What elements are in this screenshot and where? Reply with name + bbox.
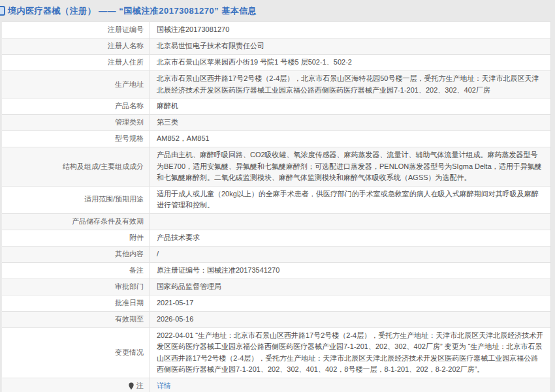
registration-doc-icon — [0, 6, 5, 16]
row-label: 型号规格 — [2, 131, 150, 147]
row-label: 备注 — [2, 263, 150, 279]
table-row: 批准日期2021-05-17 — [2, 295, 550, 312]
row-value: 第三类 — [150, 115, 550, 130]
row-label: 注册证编号 — [2, 22, 150, 38]
pin-icon — [128, 382, 135, 390]
row-value-text: 适用于成人或儿童（20kg以上）的全麻手术患者，供医疗部门的手术室或急救室的病人… — [157, 188, 544, 211]
details-link[interactable]: 详情 — [157, 380, 171, 392]
row-label: 批准日期 — [2, 295, 150, 311]
row-label: 有效期至 — [2, 312, 150, 327]
row-value: 2021-05-17 — [150, 295, 550, 311]
row-label: 审批部门 — [2, 279, 150, 295]
row-value: 北京市石景山区苹果园西小街19 号院1 号楼5 层502-1、502-2 — [150, 55, 550, 70]
row-label: 适用范围/预期用途 — [2, 187, 150, 213]
row-label: 注 — [2, 378, 150, 392]
row-value-text: 国械注准20173081270 — [157, 24, 229, 36]
row-value: 2026-05-16 — [150, 312, 550, 327]
registration-info-table: 注册证编号国械注准20173081270注册人名称北京易世恒电子技术有限责任公司… — [1, 22, 551, 392]
table-row: 有效期至2026-05-16 — [2, 312, 550, 328]
row-value-text: 2026-05-16 — [157, 314, 193, 325]
row-label: 生产地址 — [2, 71, 150, 98]
row-value-text: 国家药品监督管理局 — [157, 281, 221, 293]
table-row: 管理类别第三类 — [2, 115, 550, 131]
row-value — [150, 214, 550, 230]
row-value: AM852，AM851 — [150, 131, 550, 147]
page: { "header": { "title": "境内医疗器械（注册） —— “国… — [0, 0, 555, 392]
table-row: 产品储存条件及有效期 — [2, 214, 550, 230]
row-value: 麻醉机 — [150, 98, 550, 114]
page-header: 境内医疗器械（注册） —— “国械注准20173081270” 基本信息 — [0, 0, 555, 22]
row-label: 附件 — [2, 230, 150, 246]
table-row: 型号规格AM852，AM851 — [2, 131, 550, 147]
row-value-text: 第三类 — [157, 117, 178, 128]
row-value: 国械注准20173081270 — [150, 22, 550, 38]
row-label-text: 注 — [136, 380, 144, 392]
table-row: 注册人住所北京市石景山区苹果园西小街19 号院1 号楼5 层502-1、502-… — [2, 55, 550, 71]
table-row: 备注原注册证编号：国械注准20173541270 — [2, 263, 550, 279]
table-row: 产品名称麻醉机 — [2, 98, 550, 115]
table-row: 结构及组成/主要组成成分产品由主机、麻醉呼吸回路、CO2吸收罐、氧浓度传感器、麻… — [2, 147, 550, 187]
row-value-text: 北京市石景山区西井路17号2号楼（2-4层），北京市石景山区海特花园50号楼一层… — [157, 73, 544, 96]
row-value: 北京市石景山区西井路17号2号楼（2-4层），北京市石景山区海特花园50号楼一层… — [150, 71, 550, 98]
table-row: 审批部门国家药品监督管理局 — [2, 279, 550, 295]
row-value: 国家药品监督管理局 — [150, 279, 550, 295]
row-value-text: 麻醉机 — [157, 100, 178, 112]
table-row: 适用范围/预期用途适用于成人或儿童（20kg以上）的全麻手术患者，供医疗部门的手… — [2, 187, 550, 214]
row-value-text: 产品由主机、麻醉呼吸回路、CO2吸收罐、氧浓度传感器、麻药蒸发器、流量计、辅助气… — [157, 149, 544, 184]
table-row: 注册人名称北京易世恒电子技术有限责任公司 — [2, 38, 550, 55]
row-label: 注册人住所 — [2, 55, 150, 70]
table-row: 注详情 — [2, 378, 550, 392]
row-value-text: AM852，AM851 — [157, 133, 210, 145]
table-row: 注册证编号国械注准20173081270 — [2, 22, 550, 38]
row-value: 产品技术要求 — [150, 230, 550, 246]
row-value-text: 2022-04-01 “生产地址：北京市石景山区西井路17号2号楼（2-4层），… — [157, 330, 544, 376]
row-value: / — [150, 247, 550, 262]
row-label: 其他内容 — [2, 247, 150, 262]
row-value: 适用于成人或儿童（20kg以上）的全麻手术患者，供医疗部门的手术室或急救室的病人… — [150, 187, 550, 213]
row-value: 原注册证编号：国械注准20173541270 — [150, 263, 550, 279]
table-row: 其他内容/ — [2, 247, 550, 263]
row-label: 产品储存条件及有效期 — [2, 214, 150, 230]
row-value-text: 2021-05-17 — [157, 297, 193, 309]
row-value-text: 北京易世恒电子技术有限责任公司 — [157, 40, 264, 52]
table-row: 附件产品技术要求 — [2, 230, 550, 247]
row-label: 产品名称 — [2, 98, 150, 114]
row-value: 2022-04-01 “生产地址：北京市石景山区西井路17号2号楼（2-4层），… — [150, 328, 550, 378]
row-label: 注册人名称 — [2, 38, 150, 54]
row-label: 管理类别 — [2, 115, 150, 130]
row-label: 变更情况 — [2, 328, 150, 378]
row-value-text: 产品技术要求 — [157, 232, 200, 244]
row-value: 北京易世恒电子技术有限责任公司 — [150, 38, 550, 54]
page-title: 境内医疗器械（注册） —— “国械注准20173081270” 基本信息 — [8, 5, 257, 17]
row-value-text: 原注册证编号：国械注准20173541270 — [157, 265, 279, 277]
table-row: 生产地址北京市石景山区西井路17号2号楼（2-4层），北京市石景山区海特花园50… — [2, 71, 550, 98]
row-label: 结构及组成/主要组成成分 — [2, 147, 150, 186]
row-value-text: / — [157, 249, 159, 260]
row-value-text: 北京市石景山区苹果园西小街19 号院1 号楼5 层502-1、502-2 — [157, 57, 352, 68]
table-row: 变更情况2022-04-01 “生产地址：北京市石景山区西井路17号2号楼（2-… — [2, 328, 550, 378]
row-value: 产品由主机、麻醉呼吸回路、CO2吸收罐、氧浓度传感器、麻药蒸发器、流量计、辅助气… — [150, 147, 550, 186]
row-value: 详情 — [150, 378, 550, 392]
